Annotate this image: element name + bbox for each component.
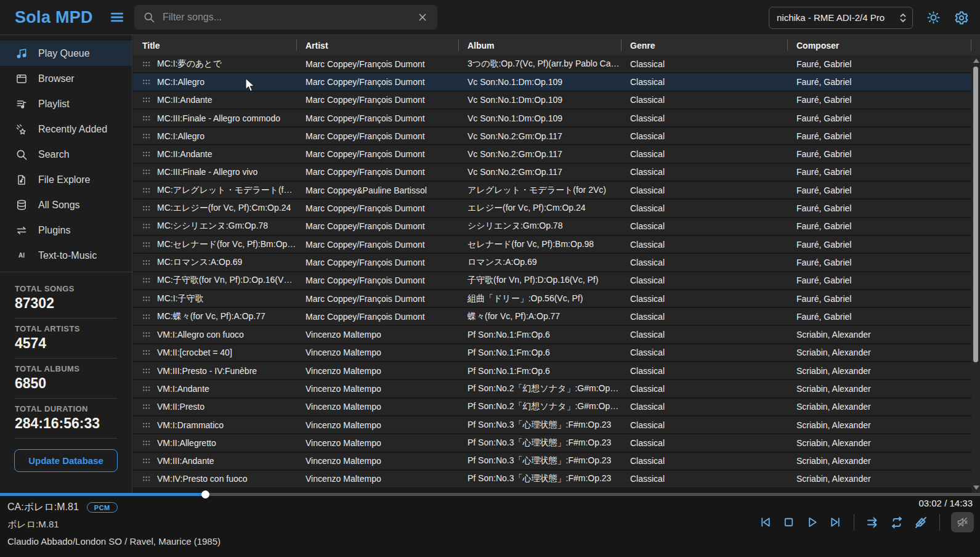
drag-handle-icon[interactable] [142,295,150,303]
sidebar-item-label: Recently Added [38,124,107,135]
seek-slider-thumb[interactable] [201,490,209,498]
repeat-button[interactable] [889,515,904,530]
table-row[interactable]: MC:蝶々(for Vc, Pf):A:Op.77Marc Coppey/Fra… [133,308,980,326]
table-row[interactable]: MC:ロマンス:A:Op.69Marc Coppey/François Dumo… [133,254,980,272]
sidebar-item-text-to-music[interactable]: AIText-to-Music [0,243,132,268]
cell-genre: Classical [621,402,787,412]
table-row[interactable]: MC:I:夢のあとでMarc Coppey/François Dumont3つの… [133,55,980,73]
table-row[interactable]: MC:III:Finale - Allegro vivoMarc Coppey/… [133,164,980,182]
play-button[interactable] [805,515,819,529]
seek-slider[interactable] [0,493,980,496]
table-row[interactable]: MC:子守歌(for Vn, Pf):D:Op.16(Vc, Pf)Marc C… [133,272,980,290]
table-row[interactable]: MC:III:Finale - Allegro commodoMarc Copp… [133,110,980,128]
table-row[interactable]: VM:II:[crocbet = 40]Vincenzo MaltempoPf … [133,344,980,362]
drag-handle-icon[interactable] [142,168,150,176]
drag-handle-icon[interactable] [142,241,150,248]
song-title-text: MC:ロマンス:A:Op.69 [157,257,242,268]
drag-handle-icon[interactable] [142,78,150,86]
sidebar-item-all-songs[interactable]: All Songs [0,192,132,218]
next-track-button[interactable] [828,515,843,529]
consume-mode-button[interactable] [913,515,928,530]
sidebar-item-search[interactable]: Search [0,142,132,167]
table-row[interactable]: VM:I:Allegro con fuocoVincenzo MaltempoP… [133,326,980,344]
drag-handle-icon[interactable] [142,367,150,375]
format-badge: PCM [87,502,118,513]
column-header-album[interactable]: Album [458,35,621,55]
topbar-right-controls: nichika - RME ADI-2/4 Pro [769,0,969,35]
table-row[interactable]: MC:II:AndanteMarc Coppey/François Dumont… [133,145,980,163]
cell-genre: Classical [621,131,787,141]
settings-gear-icon[interactable] [954,10,969,25]
column-header-title[interactable]: Title [133,35,296,55]
sidebar-item-browser[interactable]: Browser [0,66,132,91]
drag-handle-icon[interactable] [142,421,150,429]
table-row[interactable]: MC:アレグレット・モデラート(for 2Vc)Marc Coppey&Paul… [133,182,980,200]
table-row[interactable]: MC:セレナード(for Vc, Pf):Bm:Op.98Marc Coppey… [133,236,980,254]
sidebar-item-plugins[interactable]: Plugins [0,218,132,243]
sidebar-item-playlist[interactable]: Playlist [0,91,132,116]
drag-handle-icon[interactable] [142,403,150,410]
table-row[interactable]: VM:II:AllegrettoVincenzo MaltempoPf Son:… [133,434,980,452]
volume-mute-button[interactable] [951,512,974,532]
output-device-select[interactable]: nichika - RME ADI-2/4 Pro [769,7,913,29]
cell-genre: Classical [621,258,787,267]
drag-handle-icon[interactable] [142,313,150,320]
table-row[interactable]: MC:I:AllegroMarc Coppey/François DumontV… [133,128,980,145]
drag-handle-icon[interactable] [142,259,150,266]
sidebar-item-file-explore[interactable]: File Explore [0,167,132,192]
drag-handle-icon[interactable] [142,205,150,212]
table-row[interactable]: MC:I:子守歌Marc Coppey/François Dumont組曲「ドリ… [133,290,980,308]
table-row[interactable]: VM:III:AndanteVincenzo MaltempoPf Son:No… [133,453,980,471]
play-queue-icon [15,47,28,60]
table-row[interactable]: VM:I:AndanteVincenzo MaltempoPf Son:No.2… [133,380,980,398]
update-database-button[interactable]: Update Database [14,449,118,472]
sidebar: Play QueueBrowserPlaylistRecently AddedS… [0,35,132,493]
cell-album: Pf Son:No.3「心理状態」:F#m:Op.23 [458,455,621,466]
drag-handle-icon[interactable] [142,277,150,284]
scrollbar-thumb[interactable] [973,67,978,362]
previous-track-button[interactable] [758,515,772,529]
table-row[interactable]: MC:シシリエンヌ:Gm:Op.78Marc Coppey/François D… [133,218,980,236]
player-bar: CA:ボレロ:M.81 PCM ボレロ:M.81 Claudio Abbado/… [0,493,980,557]
drag-handle-icon[interactable] [142,475,150,482]
drag-handle-icon[interactable] [142,132,150,140]
column-header-composer[interactable]: Composer [787,35,980,55]
sidebar-item-recently-added[interactable]: Recently Added [0,116,132,142]
scrollbar-down-arrow-icon[interactable] [973,486,979,490]
theme-toggle-sun-icon[interactable] [926,10,941,25]
filter-songs-input[interactable] [163,12,418,23]
drag-handle-icon[interactable] [142,150,150,158]
table-row[interactable]: MC:I:AllegroMarc Coppey/François DumontV… [133,73,980,91]
cell-composer: Fauré, Gabriel [787,275,980,285]
drag-handle-icon[interactable] [142,60,150,68]
drag-handle-icon[interactable] [142,115,150,122]
column-header-artist[interactable]: Artist [296,35,458,55]
scrollbar-up-arrow-icon[interactable] [973,59,979,63]
stop-button[interactable] [782,515,796,529]
cell-genre: Classical [621,275,787,285]
sidebar-item-play-queue[interactable]: Play Queue [0,41,132,66]
table-row[interactable]: VM:III:Presto - IV:FunèbreVincenzo Malte… [133,362,980,380]
drag-handle-icon[interactable] [142,349,150,356]
shuffle-button[interactable] [865,515,880,530]
drag-handle-icon[interactable] [142,385,150,392]
drag-handle-icon[interactable] [142,439,150,447]
table-row[interactable]: VM:IV:Presto con fuocoVincenzo MaltempoP… [133,471,980,489]
table-row[interactable]: VM:I:DrammaticoVincenzo MaltempoPf Son:N… [133,417,980,434]
cell-album: Vc Son:No.1:Dm:Op.109 [458,77,621,87]
hamburger-menu-icon[interactable] [109,9,125,25]
table-row[interactable]: MC:II:AndanteMarc Coppey/François Dumont… [133,92,980,110]
drag-handle-icon[interactable] [142,222,150,230]
table-row[interactable]: MC:エレジー(for Vc, Pf):Cm:Op.24Marc Coppey/… [133,200,980,218]
drag-handle-icon[interactable] [142,331,150,338]
cell-artist: Marc Coppey/François Dumont [296,95,458,105]
drag-handle-icon[interactable] [142,187,150,194]
column-header-genre[interactable]: Genre [621,35,787,55]
table-scrollbar[interactable] [971,55,980,493]
table-row[interactable]: VM:II:PrestoVincenzo MaltempoPf Son:No.2… [133,399,980,417]
drag-handle-icon[interactable] [142,96,150,104]
drag-handle-icon[interactable] [142,457,150,465]
clear-filter-icon[interactable] [418,12,427,22]
cell-composer: Fauré, Gabriel [787,113,980,123]
cell-artist: Marc Coppey/François Dumont [296,221,458,231]
